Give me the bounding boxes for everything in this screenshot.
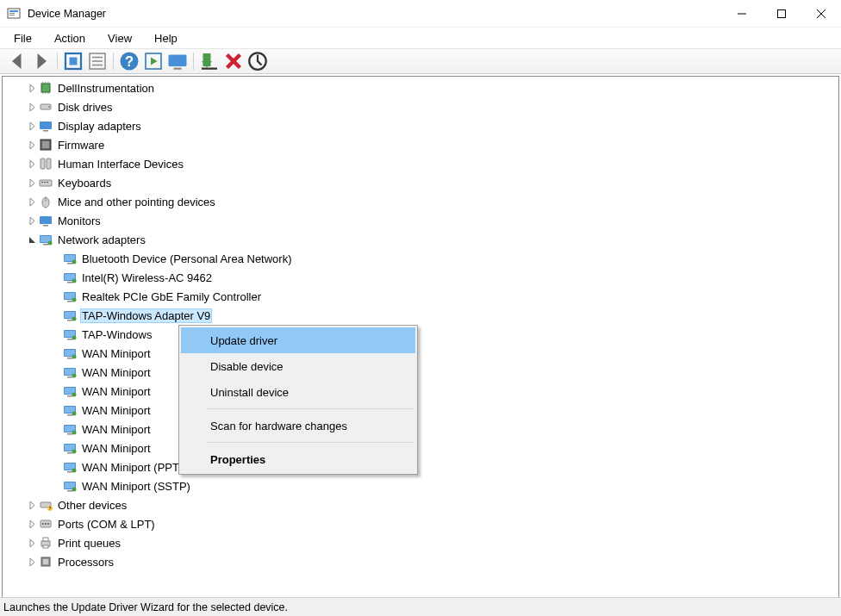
tree-category[interactable]: ?Other devices [3,495,838,514]
delete-button[interactable] [223,51,244,72]
cm-item-label: Properties [210,453,265,466]
tree-device[interactable]: Realtek PCIe GbE Family Controller [3,287,838,306]
network-icon [63,289,77,303]
display-icon [39,119,53,133]
expander-icon[interactable] [25,84,39,92]
tree-device-label: TAP-Windows [80,327,153,342]
network-icon [63,327,77,341]
close-button[interactable] [801,0,841,27]
tree-category[interactable]: Disk drives [3,97,838,116]
action-button[interactable] [143,51,164,72]
svg-rect-42 [47,182,48,183]
tree-device[interactable]: WAN Miniport [3,401,838,420]
cm-scan-hardware[interactable]: Scan for hardware changes [181,413,415,439]
expander-icon[interactable] [25,141,39,149]
svg-rect-5 [778,9,786,17]
svg-rect-57 [67,282,72,283]
toolbar: ? [0,48,841,74]
svg-text:?: ? [49,506,52,511]
tree-category[interactable]: Network adapters [3,230,838,249]
svg-rect-36 [42,141,49,148]
svg-point-109 [47,523,49,525]
tree-device[interactable]: Intel(R) Wireless-AC 9462 [3,268,838,287]
tree-category[interactable]: Mice and other pointing devices [3,192,838,211]
tree-device[interactable]: WAN Miniport [3,439,838,457]
maximize-button[interactable] [762,0,801,27]
expander-icon[interactable] [25,236,39,244]
tree-device[interactable]: WAN Miniport [3,420,838,439]
svg-point-108 [45,523,47,525]
show-hidden-button[interactable] [63,51,84,72]
tree-category[interactable]: Keyboards [3,173,838,192]
tree-device[interactable]: WAN Miniport [3,382,838,401]
expander-icon[interactable] [25,520,39,528]
device-tree: DellInstrumentationDisk drivesDisplay ad… [3,77,838,573]
svg-point-74 [72,355,77,359]
tree-device[interactable]: TAP-Windows Adapter V9 [3,306,838,325]
tree-category[interactable]: Firmware [3,135,838,154]
toolbar-separator [57,53,58,70]
expander-icon[interactable] [25,539,39,547]
svg-rect-114 [43,559,48,564]
tree-scroll[interactable]: DellInstrumentationDisk drivesDisplay ad… [3,77,838,609]
tree-device[interactable]: WAN Miniport (SSTP) [3,476,838,495]
monitor-button[interactable] [167,51,188,72]
svg-rect-33 [40,121,52,129]
network-icon [63,441,77,455]
tree-device-label: WAN Miniport (SSTP) [80,479,192,494]
menu-view[interactable]: View [104,30,135,47]
svg-text:?: ? [125,53,134,69]
expander-icon[interactable] [25,198,39,206]
tree-category[interactable]: Display adapters [3,116,838,135]
back-button[interactable] [7,51,28,72]
expander-icon[interactable] [25,160,39,168]
tree-device[interactable]: Bluetooth Device (Personal Area Network) [3,249,838,268]
install-button[interactable] [199,51,220,72]
tree-category[interactable]: Monitors [3,211,838,230]
tree-device[interactable]: TAP-Windows [3,325,838,344]
svg-rect-89 [67,433,72,435]
svg-rect-101 [67,490,72,492]
tree-category[interactable]: Human Interface Devices [3,154,838,173]
svg-rect-37 [40,159,45,169]
properties-button[interactable] [87,51,108,72]
expander-icon[interactable] [25,179,39,187]
svg-rect-9 [70,58,78,65]
help-button[interactable]: ? [119,51,140,72]
menu-file[interactable]: File [10,30,35,47]
cm-update-driver[interactable]: Update driver [181,327,415,353]
svg-point-32 [48,106,50,108]
tree-category[interactable]: Ports (COM & LPT) [3,514,838,533]
tree-category-label: Keyboards [56,176,113,190]
tree-device[interactable]: WAN Miniport [3,363,838,382]
forward-button[interactable] [31,51,52,72]
minimize-button[interactable] [722,0,762,27]
tree-device[interactable]: WAN Miniport [3,344,838,363]
tree-category[interactable]: Print queues [3,533,838,552]
tree-category-label: Firmware [56,138,106,152]
menu-action[interactable]: Action [51,30,89,47]
expander-icon[interactable] [25,103,39,111]
menu-help[interactable]: Help [151,30,181,47]
svg-point-54 [72,260,77,264]
expander-icon[interactable] [25,501,39,509]
svg-point-98 [72,469,77,473]
tree-device-label: TAP-Windows Adapter V9 [80,308,212,323]
svg-point-78 [72,374,77,378]
network-icon [63,308,77,322]
svg-rect-73 [67,358,72,359]
tree-category[interactable]: DellInstrumentation [3,78,838,97]
tree-category-label: Monitors [56,214,103,228]
scan-button[interactable] [247,51,268,72]
expander-icon[interactable] [25,122,39,130]
tree-category[interactable]: Processors [3,552,838,571]
cm-uninstall-device[interactable]: Uninstall device [181,379,415,405]
cm-disable-device[interactable]: Disable device [181,353,415,379]
context-menu: Update driver Disable device Uninstall d… [178,325,418,475]
cm-properties[interactable]: Properties [181,446,415,472]
expander-icon[interactable] [25,217,39,225]
tree-device[interactable]: WAN Miniport (PPTP) [3,457,838,476]
expander-icon[interactable] [25,558,39,566]
tree-device-label: WAN Miniport [80,384,153,399]
tree-category-label: Display adapters [56,119,143,134]
